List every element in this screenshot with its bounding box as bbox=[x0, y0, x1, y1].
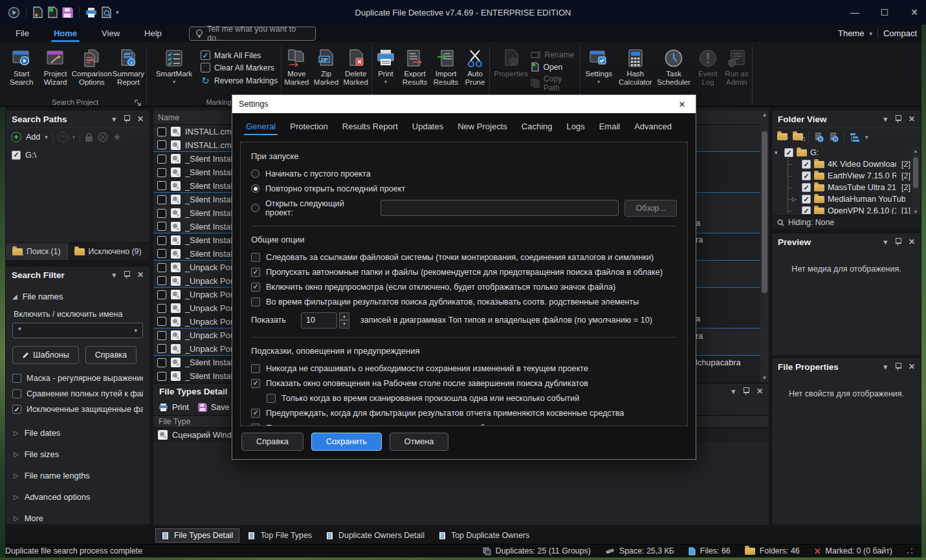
settings-tab[interactable]: Caching bbox=[516, 118, 558, 136]
tell-me-search[interactable]: Tell me what you want to do... bbox=[189, 27, 316, 41]
show-entries-input[interactable] bbox=[301, 312, 337, 328]
templates-button[interactable]: Шаблоны bbox=[12, 346, 79, 364]
comparison-options-button[interactable]: Comparison Options bbox=[73, 47, 111, 89]
tree-row[interactable]: ▷ OpenVPN 2.6.10 (1... [1] bbox=[786, 205, 910, 214]
menu-item[interactable]: File bbox=[6, 26, 38, 41]
auto-prune-button[interactable]: Auto Prune bbox=[462, 47, 488, 89]
panel-chevron-icon[interactable]: ▾ bbox=[883, 238, 887, 246]
properties-button[interactable]: i Properties bbox=[493, 47, 529, 80]
zip-marked-button[interactable]: ZIP Zip Marked bbox=[313, 47, 340, 89]
name-mask-combobox[interactable]: * ▾ bbox=[12, 323, 143, 338]
filter-section-header[interactable]: ▷ Advanced options bbox=[12, 486, 143, 508]
compact-toggle[interactable]: Compact bbox=[883, 28, 917, 38]
file-checkbox[interactable] bbox=[157, 331, 166, 340]
dialog-checkbox-row[interactable]: Показать окно оповещения на Рабочем стол… bbox=[251, 376, 677, 391]
maximize-button[interactable]: ☐ bbox=[878, 7, 891, 17]
settings-tab[interactable]: Logs bbox=[560, 118, 590, 136]
view-tab[interactable]: Top Duplicate Owners bbox=[433, 528, 535, 543]
clear-all-markers-button[interactable]: Clear All Markers bbox=[201, 63, 278, 72]
radio-icon[interactable] bbox=[251, 204, 259, 212]
checkbox[interactable] bbox=[251, 268, 260, 277]
settings-tab[interactable]: General bbox=[240, 118, 281, 136]
folder-checkbox[interactable] bbox=[802, 183, 811, 192]
file-checkbox[interactable] bbox=[157, 304, 166, 313]
filter-checkbox-row[interactable]: Сравнение полных путей к файлам bbox=[12, 386, 143, 402]
settings-tab[interactable]: Updates bbox=[406, 118, 449, 136]
event-log-button[interactable]: Event Log bbox=[694, 47, 721, 89]
panel-chevron-icon[interactable]: ▾ bbox=[883, 363, 887, 371]
file-checkbox[interactable] bbox=[157, 372, 166, 381]
scrollbar-thumb[interactable] bbox=[913, 157, 918, 188]
file-checkbox[interactable] bbox=[157, 168, 166, 177]
radio-icon[interactable] bbox=[251, 169, 259, 178]
dialog-checkbox-row[interactable]: Предупреждать, когда для фильтрации резу… bbox=[251, 405, 677, 420]
file-checkbox[interactable] bbox=[157, 358, 166, 367]
settings-tab[interactable]: Advanced bbox=[628, 118, 678, 136]
file-checkbox[interactable] bbox=[157, 195, 166, 204]
scroll-down-icon[interactable]: ▼ bbox=[912, 210, 920, 214]
pin-icon[interactable] bbox=[124, 271, 129, 279]
checkbox[interactable] bbox=[12, 389, 21, 398]
pin-icon[interactable] bbox=[895, 363, 901, 371]
project-path-input[interactable] bbox=[380, 200, 619, 216]
checkbox[interactable] bbox=[251, 283, 260, 292]
dialog-checkbox-row[interactable]: Предупреждать при сохранении проектов, е… bbox=[251, 420, 677, 426]
uncheck-all-folders-icon[interactable]: □ bbox=[793, 133, 803, 140]
close-button[interactable]: ✕ bbox=[908, 7, 921, 17]
folder-tree-scrollbar[interactable]: ▲ ▼ bbox=[912, 147, 920, 214]
file-checkbox[interactable] bbox=[157, 290, 166, 299]
remove-path-icon[interactable]: − bbox=[58, 132, 68, 142]
close-panel-icon[interactable]: ✕ bbox=[137, 114, 144, 124]
add-path-icon[interactable]: + bbox=[11, 132, 21, 142]
add-path-chevron-icon[interactable]: ▾ bbox=[45, 134, 48, 140]
file-checkbox[interactable] bbox=[157, 276, 166, 285]
browse-button[interactable]: Обзор... bbox=[624, 200, 677, 217]
checkbox[interactable] bbox=[251, 379, 260, 388]
settings-tab[interactable]: Email bbox=[593, 118, 626, 136]
rename-button[interactable]: Rename bbox=[531, 50, 579, 59]
copy-path-button[interactable]: Copy Path bbox=[531, 74, 579, 92]
theme-chevron-icon[interactable]: ▾ bbox=[869, 30, 872, 37]
open-button[interactable]: Open bbox=[531, 62, 579, 72]
scroll-up-icon[interactable]: ▲ bbox=[912, 147, 920, 155]
pin-icon[interactable] bbox=[743, 387, 749, 395]
checkbox[interactable] bbox=[251, 424, 260, 427]
spin-down-icon[interactable]: ▾ bbox=[339, 320, 349, 328]
tree-row[interactable]: ▷ MediaHuman YouTube D... bbox=[786, 193, 910, 205]
file-checkbox[interactable] bbox=[157, 222, 166, 231]
dialog-checkbox-row[interactable]: Следовать за ссылками файловой системы (… bbox=[251, 250, 677, 264]
file-checkbox[interactable] bbox=[157, 263, 166, 272]
start-search-button[interactable]: Start Search bbox=[5, 47, 38, 89]
view-tab[interactable]: File Types Detail bbox=[155, 528, 239, 543]
dialog-title-bar[interactable]: Settings ✕ bbox=[232, 95, 696, 113]
tree-row[interactable]: ▷ 4K Video Download... [2] bbox=[786, 158, 910, 170]
search-paths-tab[interactable]: ⌕ Исключено (9) bbox=[68, 243, 148, 260]
move-marked-button[interactable]: Move Marked bbox=[282, 47, 311, 89]
file-checkbox[interactable] bbox=[157, 140, 166, 149]
export-results-button[interactable]: Export Results bbox=[400, 47, 430, 89]
summary-report-button[interactable]: i Summary Report bbox=[112, 47, 145, 89]
resize-grip[interactable] bbox=[907, 548, 913, 554]
settings-button[interactable]: Settings ▾ bbox=[581, 47, 617, 87]
scroll-down-icon[interactable]: ▼ bbox=[760, 374, 769, 383]
settings-tab[interactable]: Results Report bbox=[336, 118, 404, 136]
smartmark-button[interactable]: SmartMark ▾ bbox=[153, 47, 195, 87]
panel-chevron-icon[interactable]: ▾ bbox=[731, 387, 735, 396]
file-checkbox[interactable] bbox=[157, 127, 166, 136]
remove-path-chevron-icon[interactable]: ▾ bbox=[72, 134, 76, 140]
filter-help-button[interactable]: Справка bbox=[85, 346, 137, 364]
dialog-checkbox-row[interactable]: Пропускать автономные папки и файлы (рек… bbox=[251, 264, 677, 279]
print-button[interactable]: Print ▾ bbox=[373, 47, 399, 87]
menu-item[interactable]: Home bbox=[45, 26, 86, 41]
radio-icon[interactable] bbox=[251, 184, 259, 193]
filter-checkbox-row[interactable]: Маска - регулярное выражение bbox=[12, 371, 143, 386]
pin-icon[interactable] bbox=[124, 115, 129, 123]
pin-icon[interactable] bbox=[895, 238, 901, 246]
checkbox[interactable] bbox=[251, 364, 260, 373]
checkbox[interactable] bbox=[251, 409, 260, 418]
tree-view-chevron-icon[interactable]: ▾ bbox=[865, 134, 868, 140]
delete-marked-button[interactable]: Delete Marked bbox=[341, 47, 370, 89]
radio-start-empty[interactable]: Начинать с пустого проекта bbox=[251, 166, 677, 181]
tree-row[interactable]: ▷ MassTube Ultra 21.... [2] bbox=[786, 182, 910, 193]
folder-checkbox[interactable] bbox=[784, 148, 793, 157]
